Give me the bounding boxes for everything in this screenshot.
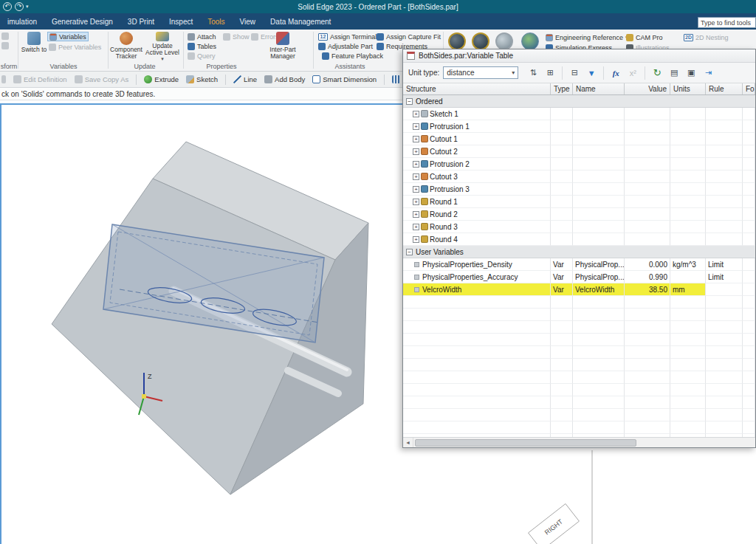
formula-cell[interactable] — [743, 258, 755, 271]
2d-nesting-button[interactable]: 2D 2D Nesting — [682, 32, 730, 42]
assign-terminals-button[interactable]: 12 Assign Terminals — [317, 32, 382, 41]
structure-cell[interactable]: PhysicalProperties_Density — [403, 258, 551, 271]
collapse-toggle[interactable]: − — [406, 249, 413, 255]
type-cell[interactable]: Var — [551, 271, 573, 283]
round-tool-icon-2[interactable] — [472, 32, 489, 50]
type-cell[interactable]: Var — [551, 258, 573, 271]
type-cell[interactable]: Var — [551, 283, 573, 296]
column-header-structure[interactable]: Structure — [403, 83, 551, 94]
column-header-units[interactable]: Units — [670, 83, 706, 94]
adjustable-part-button[interactable]: Adjustable Part — [317, 41, 374, 51]
filter-icon[interactable]: ▼ — [584, 66, 599, 80]
feature-row[interactable]: +Round 4 — [403, 233, 755, 246]
globe-tool-icon[interactable] — [521, 32, 539, 50]
peer-variables-button[interactable]: Peer Variables — [47, 42, 103, 52]
component-tracker-button[interactable]: Component Tracker — [110, 31, 142, 62]
find-tools-input[interactable] — [698, 17, 756, 28]
feature-row[interactable]: +Protrusion 1 — [403, 120, 755, 133]
group-row[interactable]: −User Variables — [403, 246, 755, 258]
sketch-button[interactable]: Sketch — [186, 75, 218, 83]
name-cell[interactable]: PhysicalProp... — [573, 271, 625, 283]
formula-icon[interactable]: fx — [608, 66, 623, 80]
tab-3d-print[interactable]: 3D Print — [120, 13, 162, 30]
structure-cell[interactable]: VelcroWidth — [403, 283, 551, 296]
sort-icon[interactable]: ⇅ — [526, 66, 540, 80]
update-active-level-button[interactable]: Update Active Level ▾ — [144, 31, 181, 62]
feature-row[interactable]: +Sketch 1 — [403, 108, 755, 120]
add-body-button[interactable]: Add Body — [264, 75, 305, 83]
collapse-toggle[interactable]: − — [406, 98, 413, 105]
variable-row[interactable]: PhysicalProperties_DensityVarPhysicalPro… — [403, 258, 755, 271]
value-cell[interactable]: 38.50 — [625, 283, 670, 296]
rule-cell[interactable]: Limit — [706, 271, 743, 283]
expand-toggle[interactable]: + — [413, 148, 419, 155]
print-icon[interactable]: ▤ — [667, 66, 681, 80]
expose-variable-icon[interactable]: x² — [625, 66, 640, 80]
expand-toggle[interactable]: + — [413, 224, 419, 230]
variable-table-titlebar[interactable]: BothSides.par:Variable Table — [403, 49, 755, 63]
tab-view[interactable]: View — [233, 13, 264, 30]
expand-toggle[interactable]: + — [413, 236, 419, 243]
variables-button[interactable]: Variables — [47, 32, 89, 41]
transform-icon[interactable] — [1, 32, 9, 40]
feature-row[interactable]: +Round 2 — [403, 208, 755, 221]
variable-row[interactable]: VelcroWidthVarVelcroWidth38.50mm — [403, 283, 755, 296]
column-header-formula[interactable]: Fo — [743, 83, 755, 94]
feature-row[interactable]: +Protrusion 2 — [403, 158, 755, 171]
export-table-icon[interactable]: ⇥ — [701, 66, 715, 80]
units-cell[interactable] — [670, 271, 706, 283]
tab-data-management[interactable]: Data Management — [263, 13, 338, 30]
feature-row[interactable]: +Round 1 — [403, 196, 755, 208]
expand-toggle[interactable]: + — [413, 123, 419, 130]
column-header-value[interactable]: Value — [625, 83, 670, 94]
engineering-reference-button[interactable]: Engineering Reference ▾ — [544, 32, 630, 42]
scroll-left-arrow[interactable]: ◄ — [403, 438, 413, 447]
rule-cell[interactable]: Limit — [706, 258, 743, 271]
name-cell[interactable]: PhysicalProp... — [573, 258, 625, 271]
expand-toggle[interactable]: + — [413, 211, 419, 218]
expand-toggle[interactable]: + — [413, 186, 419, 193]
tab-generative-design[interactable]: Generative Design — [44, 13, 120, 30]
formula-cell[interactable] — [743, 283, 755, 296]
edit-definition-button[interactable]: Edit Definition — [13, 75, 67, 83]
expand-toggle[interactable]: + — [413, 111, 419, 117]
feature-row[interactable]: +Round 3 — [403, 221, 755, 233]
outline-icon[interactable]: ⊞ — [543, 66, 557, 80]
feature-playback-button[interactable]: Feature Playback — [320, 51, 385, 61]
switch-to-button[interactable]: Switch to — [20, 31, 48, 62]
tables-button[interactable]: Tables — [186, 41, 218, 51]
attach-button[interactable]: Attach — [186, 32, 218, 41]
feature-row[interactable]: +Cutout 2 — [403, 145, 755, 158]
scroll-thumb[interactable] — [415, 439, 636, 447]
column-header-rule[interactable]: Rule — [706, 83, 743, 94]
formula-cell[interactable] — [743, 271, 755, 283]
variable-row[interactable]: PhysicalProperties_AccuracyVarPhysicalPr… — [403, 271, 755, 283]
tab-imulation[interactable]: imulation — [0, 13, 44, 30]
value-cell[interactable]: 0.000 — [625, 258, 670, 271]
unit-type-select[interactable]: distance ▾ — [443, 66, 518, 79]
query-button[interactable]: Query — [186, 51, 217, 61]
report-icon[interactable]: ▣ — [684, 66, 698, 80]
back-button[interactable]: ↶ — [3, 2, 12, 11]
column-header-name[interactable]: Name — [573, 83, 625, 94]
group-row[interactable]: −Ordered — [403, 95, 755, 108]
name-cell[interactable]: VelcroWidth — [573, 283, 625, 296]
refresh-icon[interactable]: ↻ — [650, 66, 664, 80]
structure-cell[interactable]: PhysicalProperties_Accuracy — [403, 271, 551, 283]
expand-toggle[interactable]: + — [413, 136, 419, 142]
extrude-button[interactable]: Extrude — [144, 75, 179, 83]
tab-inspect[interactable]: Inspect — [162, 13, 200, 30]
expand-toggle[interactable]: + — [413, 173, 419, 180]
units-cell[interactable]: kg/m^3 — [670, 258, 706, 271]
rule-cell[interactable] — [706, 283, 743, 296]
goto-variable-icon[interactable]: ⊟ — [567, 66, 582, 80]
expand-toggle[interactable]: + — [413, 161, 419, 168]
save-copy-as-button[interactable]: Save Copy As — [75, 75, 129, 83]
tab-tools[interactable]: Tools — [200, 13, 232, 30]
round-tool-icon-1[interactable] — [448, 32, 466, 50]
inter-part-manager-button[interactable]: Inter-Part Manager — [264, 31, 302, 62]
round-tool-icon-3[interactable] — [495, 32, 513, 50]
smart-dimension-button[interactable]: Smart Dimension — [312, 75, 377, 83]
line-button[interactable]: Line — [233, 75, 257, 83]
units-cell[interactable]: mm — [670, 283, 706, 296]
